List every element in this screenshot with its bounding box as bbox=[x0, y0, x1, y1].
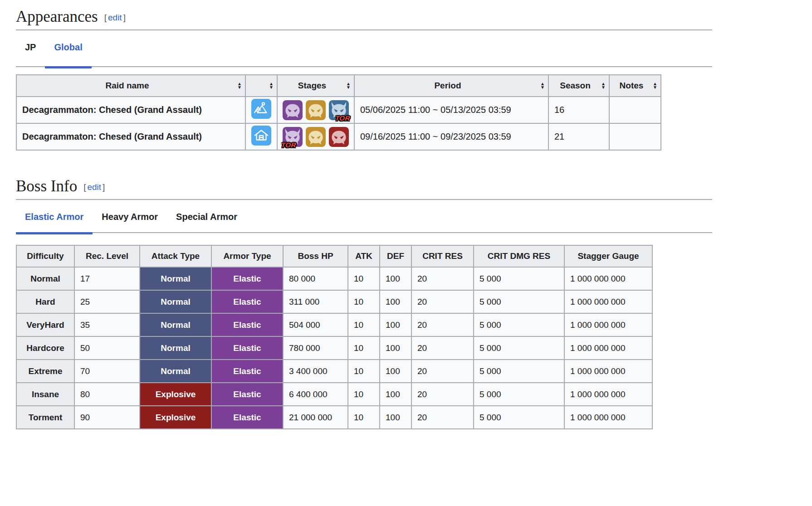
boss-info-section: Boss Info[edit] Elastic ArmorHeavy Armor… bbox=[16, 177, 712, 429]
boss-column-header-atk: ATK bbox=[348, 245, 380, 267]
raid-column-header-icon[interactable]: ▲▼ bbox=[245, 75, 277, 97]
season-cell: 21 bbox=[548, 123, 609, 150]
stage-icon-gold[interactable] bbox=[306, 127, 326, 147]
rec-level-cell: 35 bbox=[74, 313, 140, 336]
season-cell: 16 bbox=[548, 97, 609, 123]
crit-dmg-res-cell: 5 000 bbox=[474, 267, 564, 290]
sort-icon: ▲▼ bbox=[237, 82, 242, 89]
boss-row-normal: Normal17NormalElastic80 00010100205 0001… bbox=[16, 267, 652, 290]
tab-elastic-armor[interactable]: Elastic Armor bbox=[16, 211, 93, 223]
tab-jp[interactable]: JP bbox=[16, 41, 45, 54]
atk-cell: 10 bbox=[348, 383, 380, 406]
appearances-section: Appearances[edit] JPGlobal Raid name▲▼▲▼… bbox=[16, 7, 712, 151]
difficulty-cell: Torment bbox=[16, 406, 74, 429]
tab-heavy-armor[interactable]: Heavy Armor bbox=[93, 211, 167, 223]
raid-name-cell: Decagrammaton: Chesed (Grand Assault) bbox=[16, 123, 245, 150]
rec-level-cell: 50 bbox=[74, 336, 140, 360]
def-cell: 100 bbox=[380, 383, 411, 406]
stage-icon-purple-horned[interactable]: TOR bbox=[283, 127, 303, 147]
rec-level-cell: 90 bbox=[74, 406, 140, 429]
stages-cell: TOR bbox=[277, 97, 354, 123]
def-cell: 100 bbox=[380, 313, 411, 336]
def-cell: 100 bbox=[380, 336, 411, 360]
crit-dmg-res-cell: 5 000 bbox=[474, 406, 564, 429]
stages-cell: TOR bbox=[277, 123, 354, 150]
boss-column-header-stagger-gauge: Stagger Gauge bbox=[564, 245, 652, 267]
stage-icon-red[interactable] bbox=[329, 127, 349, 147]
crit-res-cell: 20 bbox=[411, 406, 474, 429]
stage-icon-blue-horned[interactable]: TOR bbox=[329, 100, 349, 120]
boss-column-header-difficulty: Difficulty bbox=[16, 245, 74, 267]
difficulty-cell: VeryHard bbox=[16, 313, 74, 336]
attack-type-badge: Explosive bbox=[140, 383, 211, 406]
atk-cell: 10 bbox=[348, 313, 380, 336]
attack-type-badge: Normal bbox=[140, 267, 211, 290]
stagger-gauge-cell: 1 000 000 000 bbox=[564, 406, 652, 429]
appearances-editsection: [edit] bbox=[104, 13, 126, 22]
terrain-outdoor-icon[interactable] bbox=[251, 99, 271, 119]
boss-info-edit-link[interactable]: edit bbox=[86, 182, 103, 192]
raid-column-header-period[interactable]: Period▲▼ bbox=[354, 75, 548, 97]
raid-column-header-stages[interactable]: Stages▲▼ bbox=[277, 75, 354, 97]
boss-column-header-armor-type: Armor Type bbox=[211, 245, 283, 267]
stagger-gauge-cell: 1 000 000 000 bbox=[564, 267, 652, 290]
raid-column-header-season[interactable]: Season▲▼ bbox=[548, 75, 609, 97]
boss-info-title: Boss Info bbox=[16, 177, 77, 195]
boss-info-editsection: [edit] bbox=[83, 182, 105, 192]
terrain-cell bbox=[245, 123, 277, 150]
region-tabbar: JPGlobal bbox=[16, 41, 712, 67]
tab-special-armor[interactable]: Special Armor bbox=[167, 211, 246, 223]
sort-icon: ▲▼ bbox=[540, 82, 545, 89]
boss-column-header-crit-res: CRIT RES bbox=[411, 245, 474, 267]
def-cell: 100 bbox=[380, 290, 411, 313]
wiki-page: Appearances[edit] JPGlobal Raid name▲▼▲▼… bbox=[0, 0, 812, 429]
crit-dmg-res-cell: 5 000 bbox=[474, 383, 564, 406]
raid-column-header-raid-name[interactable]: Raid name▲▼ bbox=[16, 75, 245, 97]
stage-icon-purple[interactable] bbox=[283, 100, 303, 120]
difficulty-cell: Normal bbox=[16, 267, 74, 290]
rec-level-cell: 17 bbox=[74, 267, 140, 290]
crit-dmg-res-cell: 5 000 bbox=[474, 360, 564, 383]
boss-hp-cell: 21 000 000 bbox=[283, 406, 348, 429]
boss-hp-cell: 311 000 bbox=[283, 290, 348, 313]
tor-badge: TOR bbox=[335, 114, 351, 122]
boss-hp-cell: 504 000 bbox=[283, 313, 348, 336]
boss-row-extreme: Extreme70NormalElastic3 400 00010100205 … bbox=[16, 360, 652, 383]
boss-row-veryhard: VeryHard35NormalElastic504 00010100205 0… bbox=[16, 313, 652, 336]
rec-level-cell: 70 bbox=[74, 360, 140, 383]
attack-type-badge: Normal bbox=[140, 360, 211, 383]
stage-icon-gold[interactable] bbox=[306, 100, 326, 120]
rec-level-cell: 80 bbox=[74, 383, 140, 406]
boss-row-insane: Insane80ExplosiveElastic6 400 0001010020… bbox=[16, 383, 652, 406]
atk-cell: 10 bbox=[348, 290, 380, 313]
attack-type-badge: Explosive bbox=[140, 406, 211, 429]
raid-row: Decagrammaton: Chesed (Grand Assault)TOR… bbox=[16, 123, 661, 150]
crit-res-cell: 20 bbox=[411, 290, 474, 313]
armor-type-badge: Elastic bbox=[211, 313, 283, 336]
crit-dmg-res-cell: 5 000 bbox=[474, 336, 564, 360]
terrain-indoor-icon[interactable] bbox=[251, 126, 271, 146]
crit-res-cell: 20 bbox=[411, 336, 474, 360]
boss-column-header-crit-dmg-res: CRIT DMG RES bbox=[474, 245, 564, 267]
armor-type-badge: Elastic bbox=[211, 360, 283, 383]
notes-cell bbox=[609, 97, 661, 123]
attack-type-badge: Normal bbox=[140, 290, 211, 313]
boss-row-hard: Hard25NormalElastic311 00010100205 0001 … bbox=[16, 290, 652, 313]
stagger-gauge-cell: 1 000 000 000 bbox=[564, 336, 652, 360]
boss-column-header-rec-level: Rec. Level bbox=[74, 245, 140, 267]
difficulty-cell: Hard bbox=[16, 290, 74, 313]
boss-hp-cell: 3 400 000 bbox=[283, 360, 348, 383]
crit-res-cell: 20 bbox=[411, 360, 474, 383]
bracket-close: ] bbox=[123, 13, 126, 22]
boss-table-header-row: DifficultyRec. LevelAttack TypeArmor Typ… bbox=[16, 245, 652, 267]
def-cell: 100 bbox=[380, 267, 411, 290]
sort-icon: ▲▼ bbox=[346, 82, 351, 89]
tab-global[interactable]: Global bbox=[45, 41, 91, 54]
raid-column-header-notes[interactable]: Notes▲▼ bbox=[609, 75, 661, 97]
appearances-edit-link[interactable]: edit bbox=[107, 13, 123, 22]
stagger-gauge-cell: 1 000 000 000 bbox=[564, 313, 652, 336]
notes-cell bbox=[609, 123, 661, 150]
crit-res-cell: 20 bbox=[411, 267, 474, 290]
armor-type-badge: Elastic bbox=[211, 336, 283, 360]
armor-type-badge: Elastic bbox=[211, 290, 283, 313]
